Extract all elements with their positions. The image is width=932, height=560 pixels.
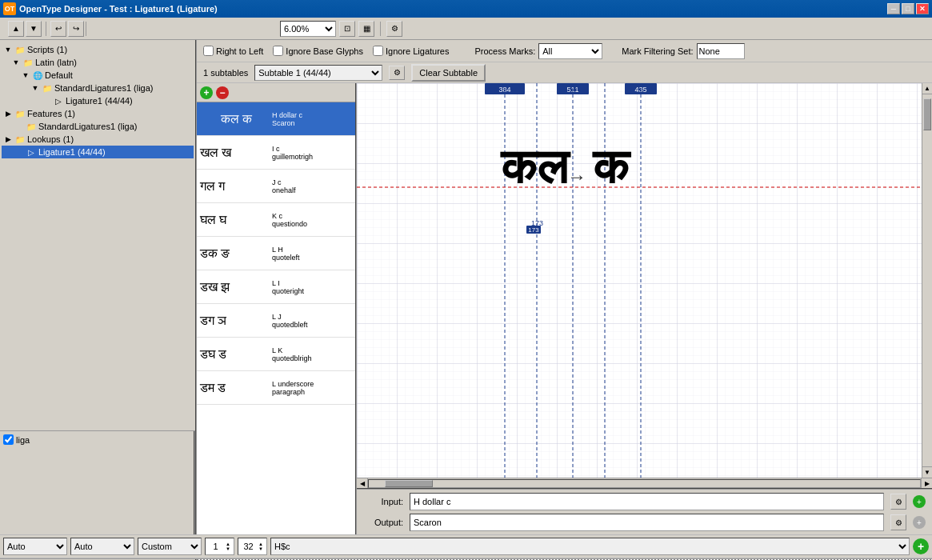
glyph-row-3[interactable]: गल ग J c onehalf (197, 170, 355, 203)
folder-icon: 📁 (14, 44, 26, 55)
glyph-row-1[interactable]: कल क H dollar c Scaron (197, 102, 355, 136)
glyph-input-7: डग ञ (200, 314, 226, 327)
expand-lookups[interactable]: ▶ (3, 134, 13, 144)
input-field[interactable] (410, 493, 884, 510)
right-to-left-checkbox[interactable] (203, 46, 214, 56)
glyph-input-3: गल ग (200, 179, 225, 193)
grid-btn[interactable]: ▦ (358, 21, 374, 37)
spin1-input[interactable] (206, 538, 226, 554)
expand-lig1[interactable] (42, 96, 51, 106)
folder-icon-lookups: 📁 (14, 134, 26, 145)
expand-default[interactable]: ▼ (21, 70, 30, 80)
process-marks-group: Process Marks: All (474, 43, 602, 59)
text-combo[interactable]: H$c (270, 538, 910, 555)
scroll-right-btn[interactable]: ▶ (921, 478, 932, 489)
input-settings-btn[interactable]: ⚙ (890, 494, 906, 510)
folder-icon-stdlig: 📁 (42, 82, 53, 94)
expand-lig1-lookup[interactable] (14, 147, 24, 157)
expand-stdlig2[interactable] (14, 122, 24, 131)
output-add-btn: + (913, 516, 926, 529)
glyph-row-2[interactable]: खल ख I c guillemotrigh (197, 136, 355, 170)
maximize-button[interactable]: □ (902, 3, 914, 14)
add-item-btn[interactable]: + (913, 538, 929, 554)
tree-item-lookups[interactable]: ▶ 📁 Lookups (1) (2, 133, 194, 146)
expand-features[interactable]: ▶ (3, 109, 13, 118)
dropdown3[interactable]: Custom (138, 538, 202, 555)
svg-text:क: क (592, 141, 632, 194)
settings-btn[interactable]: ⚙ (386, 21, 402, 37)
tree-item-features[interactable]: ▶ 📁 Features (1) (2, 107, 194, 120)
spin1[interactable]: ▲ ▼ (205, 538, 234, 555)
input-row: Input: ⚙ + (363, 493, 926, 510)
toolbar-btn-3[interactable]: ↩ (50, 21, 66, 37)
output-settings-btn[interactable]: ⚙ (890, 514, 906, 530)
tree-item-lig1-lookup[interactable]: ▷ Ligature1 (44/44) (2, 146, 194, 158)
subtable-row: 1 subtables Subtable 1 (44/44) ⚙ Clear S… (197, 62, 932, 83)
h-scrollbar[interactable]: ◀ ▶ (357, 478, 932, 488)
glyph-name-3: J c onehalf (272, 178, 296, 194)
add-glyph-btn[interactable]: + (200, 86, 213, 99)
remove-glyph-btn[interactable]: − (216, 86, 229, 99)
spin2-input[interactable] (238, 538, 258, 554)
output-field[interactable] (410, 514, 884, 531)
ignore-base-glyphs-check[interactable]: Ignore Base Glyphs (273, 46, 363, 56)
zoom-combo[interactable]: 6.00% 12.00% 25.00% (280, 21, 336, 37)
glyph-row-9[interactable]: डम ड L underscore paragraph (197, 371, 355, 405)
spin2[interactable]: ▲ ▼ (238, 538, 267, 555)
ignore-base-glyphs-checkbox[interactable] (273, 46, 283, 56)
ignore-ligatures-check[interactable]: Ignore Ligatures (373, 46, 450, 56)
expand-stdlig[interactable]: ▼ (30, 83, 40, 93)
tree-item-stdlig2[interactable]: 📁 StandardLigatures1 (liga) (2, 120, 194, 133)
toolbar-btn-1[interactable]: ▲ (8, 21, 24, 37)
scroll-down-btn[interactable]: ▼ (922, 466, 932, 478)
liga-checkbox-row[interactable]: liga (3, 434, 190, 445)
close-button[interactable]: ✕ (916, 3, 929, 14)
expand-scripts[interactable]: ▼ (3, 45, 13, 54)
ignore-ligatures-checkbox[interactable] (373, 46, 383, 56)
tree-item-scripts[interactable]: ▼ 📁 Scripts (1) (2, 43, 194, 56)
v-scrollbar[interactable]: ▲ ▼ (922, 83, 932, 478)
dropdown2[interactable]: Auto (70, 538, 134, 555)
item-icon-lig1-lookup: ▷ (26, 146, 37, 158)
scrollbar-thumb[interactable] (923, 98, 931, 130)
clear-subtable-btn[interactable]: Clear Subtable (411, 64, 486, 82)
glyph-row-4[interactable]: घल घ K c questiondo (197, 203, 355, 237)
lig1-lookup-label: Ligature1 (44/44) (38, 147, 106, 157)
ignore-ligatures-label: Ignore Ligatures (386, 46, 450, 56)
right-to-left-check[interactable]: Right to Left (203, 46, 263, 56)
spin2-arrows[interactable]: ▲ ▼ (258, 542, 266, 551)
minimize-button[interactable]: ─ (887, 3, 900, 14)
left-panel: ▼ 📁 Scripts (1) ▼ 📁 Latin (latn) ▼ 🌐 Def… (0, 40, 197, 534)
glyph-row-8[interactable]: डघ ड L K quotedblrigh (197, 338, 355, 371)
mark-filter-input[interactable] (697, 43, 745, 59)
tree-view: ▼ 📁 Scripts (1) ▼ 📁 Latin (latn) ▼ 🌐 Def… (0, 40, 195, 430)
tree-item-latin[interactable]: ▼ 📁 Latin (latn) (2, 56, 194, 69)
subtable-icon-btn[interactable]: ⚙ (389, 66, 405, 80)
fit-btn[interactable]: ⊡ (339, 21, 355, 37)
tree-item-stdlig[interactable]: ▼ 📁 StandardLigatures1 (liga) (2, 82, 194, 94)
scroll-up-btn[interactable]: ▲ (922, 83, 932, 94)
glyph-row-5[interactable]: डक ङ L H quoteleft (197, 237, 355, 270)
glyph-row-6[interactable]: डख झ L I quoteright (197, 270, 355, 304)
glyph-name-6: L I quoteright (272, 279, 304, 295)
spin1-down[interactable]: ▼ (226, 546, 234, 551)
h-scrollbar-thumb[interactable] (385, 480, 433, 487)
scroll-left-btn[interactable]: ◀ (357, 478, 368, 489)
subtable-select[interactable]: Subtable 1 (44/44) (254, 65, 382, 81)
process-marks-select[interactable]: All (538, 43, 602, 59)
spin1-arrows[interactable]: ▲ ▼ (226, 542, 234, 551)
dropdown1[interactable]: Auto (3, 538, 67, 555)
input-add-btn[interactable]: + (913, 495, 926, 508)
toolbar-btn-2[interactable]: ▼ (26, 21, 42, 37)
spin2-down[interactable]: ▼ (258, 546, 266, 551)
tree-item-default[interactable]: ▼ 🌐 Default (2, 69, 194, 82)
liga-checkbox[interactable] (3, 434, 14, 445)
output-row: Output: ⚙ + (363, 514, 926, 531)
expand-latin[interactable]: ▼ (11, 58, 21, 67)
stdlig2-label: StandardLigatures1 (liga) (38, 122, 138, 131)
toolbar-btn-4[interactable]: ↪ (68, 21, 84, 37)
tree-item-lig1[interactable]: ▷ Ligature1 (44/44) (2, 94, 194, 107)
glyph-row-7[interactable]: डग ञ L J quotedbleft (197, 304, 355, 338)
canvas-grid: 384 511 435 (357, 83, 932, 478)
glyph-list: कल क H dollar c Scaron खल ख I c guillemo… (197, 102, 355, 534)
